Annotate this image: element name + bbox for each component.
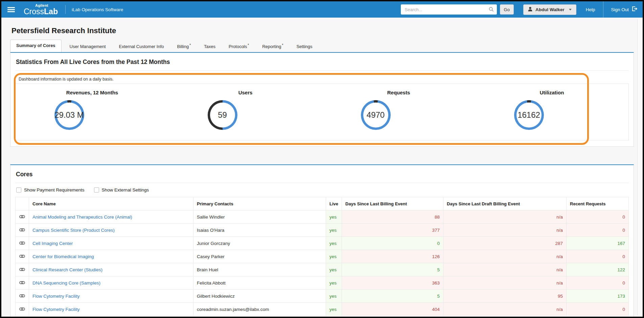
filter-show-payment-requirements[interactable]: Show Payment Requirements: [16, 187, 85, 192]
primary-contact-cell: Junior Gorczany: [193, 237, 326, 250]
col-header-core-name: Core Name: [29, 197, 193, 210]
days-since-last-billing-cell: 363: [342, 276, 443, 290]
search-icon[interactable]: [489, 7, 494, 13]
stat-value: 16162: [516, 103, 542, 128]
checkbox-label: Show Payment Requirements: [24, 187, 85, 192]
days-since-last-billing-cell: 88: [342, 210, 443, 224]
tab-summary-of-cores[interactable]: Summary of Cores: [10, 40, 62, 52]
recent-requests-cell: 167: [567, 237, 629, 250]
checkbox[interactable]: [94, 187, 99, 192]
stats-box: Revenues, 12 Months29.03 MUsers59Request…: [15, 84, 629, 140]
days-since-last-draft-billing-cell: n/a: [443, 263, 567, 276]
cores-filters: Show Payment RequirementsShow External S…: [16, 187, 629, 192]
days-since-last-draft-billing-cell: n/a: [443, 303, 567, 316]
days-since-last-draft-billing-cell: n/a: [443, 210, 567, 224]
days-since-last-draft-billing-cell: n/a: [443, 250, 567, 263]
link-icon[interactable]: [16, 290, 29, 303]
tab-reporting[interactable]: Reporting*: [257, 41, 288, 52]
search-input[interactable]: [401, 4, 497, 15]
link-icon[interactable]: [16, 210, 29, 224]
tab-billing[interactable]: Billing*: [172, 41, 196, 52]
recent-requests-cell: 0: [567, 210, 629, 224]
checkbox-label: Show External Settings: [102, 187, 149, 192]
core-name-cell: Center for Biomedical Imaging: [29, 250, 193, 263]
live-cell: yes: [326, 210, 342, 224]
agilent-crosslab-logo[interactable]: Agilent CrossLab: [24, 4, 58, 16]
core-link[interactable]: Flow Cytometry Facility: [32, 307, 80, 312]
core-link[interactable]: Center for Biomedical Imaging: [32, 254, 94, 259]
tab-external-customer-info[interactable]: External Customer Info: [114, 41, 169, 52]
days-since-last-billing-cell: 5: [342, 263, 443, 276]
link-icon[interactable]: [16, 250, 29, 263]
user-menu-button[interactable]: Abdul Walker: [523, 4, 576, 15]
table-row: Clinical Research Center (Studies)Brain …: [16, 263, 629, 276]
go-button[interactable]: Go: [500, 4, 514, 15]
live-cell: yes: [326, 290, 342, 303]
live-cell: yes: [326, 250, 342, 263]
col-header-icon: [16, 197, 29, 210]
sign-out-link[interactable]: Sign Out: [603, 1, 643, 18]
days-since-last-billing-cell: 126: [342, 250, 443, 263]
days-since-last-draft-billing-cell: 95: [443, 290, 567, 303]
col-header-recent-requests: Recent Requests: [567, 197, 629, 210]
help-link[interactable]: Help: [586, 7, 595, 12]
table-row: Campus Scientific Store (Product Cores)I…: [16, 224, 629, 237]
link-icon[interactable]: [16, 276, 29, 290]
user-name: Abdul Walker: [535, 7, 565, 12]
core-link[interactable]: Campus Scientific Store (Product Cores): [32, 228, 115, 233]
live-cell: yes: [326, 276, 342, 290]
table-header-row: Core NamePrimary ContactsLiveDays Since …: [16, 197, 629, 210]
link-icon[interactable]: [16, 224, 29, 237]
core-link[interactable]: DNA Sequencing Core (Samples): [32, 280, 100, 286]
user-icon: [528, 7, 532, 13]
primary-contact-cell: Felicita Abbott: [193, 276, 326, 290]
primary-contact-cell: Casey Parker: [193, 250, 326, 263]
link-icon[interactable]: [16, 303, 29, 316]
table-row: Animal Modeling and Therapeutics Core (A…: [16, 210, 629, 224]
stat-value: 29.03 M: [57, 103, 82, 128]
checkbox[interactable]: [16, 187, 21, 192]
tab-protocols[interactable]: Protocols*: [224, 41, 254, 52]
primary-contact-cell: Gilbert Hodkiewicz: [193, 290, 326, 303]
stat-label: Revenues, 12 Months: [66, 90, 118, 95]
days-since-last-billing-cell: 5: [342, 290, 443, 303]
stat-utilization: Utilization16162: [475, 90, 628, 130]
days-since-last-draft-billing-cell: n/a: [443, 276, 567, 290]
core-name-cell: Cell Imaging Center: [29, 237, 193, 250]
link-icon[interactable]: [16, 263, 29, 276]
menu-icon[interactable]: [7, 7, 15, 12]
primary-contact-cell: coreadmin.suzan.james@ilabx.com: [193, 303, 326, 316]
col-header-live: Live: [326, 197, 342, 210]
sign-out-icon: [632, 6, 637, 13]
recent-requests-cell: 173: [567, 290, 629, 303]
days-since-last-draft-billing-cell: 287: [443, 237, 567, 250]
header-divider: [65, 5, 66, 14]
stat-ring: 4970: [361, 100, 391, 130]
cores-panel-title: Cores: [15, 170, 629, 183]
stat-label: Users: [238, 90, 253, 95]
statistics-panel: Statistics From All Live Cores from the …: [10, 52, 634, 147]
tab-user-management[interactable]: User Management: [65, 41, 111, 52]
core-link[interactable]: Animal Modeling and Therapeutics Core (A…: [32, 214, 132, 220]
tab-settings[interactable]: Settings: [291, 41, 317, 52]
app-window: Agilent CrossLab iLab Operations Softwar…: [0, 0, 644, 318]
days-since-last-billing-cell: 377: [342, 224, 443, 237]
stat-requests: Requests4970: [322, 90, 475, 130]
link-icon[interactable]: [16, 237, 29, 250]
tab-taxes[interactable]: Taxes: [199, 41, 221, 52]
recent-requests-cell: 122: [567, 263, 629, 276]
table-row: Flow Cytometry FacilityGilbert Hodkiewic…: [16, 290, 629, 303]
statistics-panel-title: Statistics From All Live Cores from the …: [15, 58, 629, 71]
core-link[interactable]: Clinical Research Center (Studies): [32, 267, 102, 272]
scrollbar[interactable]: [637, 19, 641, 315]
days-since-last-draft-billing-cell: n/a: [443, 224, 567, 237]
stat-users: Users59: [169, 90, 322, 130]
core-link[interactable]: Cell Imaging Center: [32, 241, 73, 246]
filter-show-external-settings[interactable]: Show External Settings: [94, 187, 149, 192]
core-link[interactable]: Flow Cytometry Facility: [32, 294, 80, 299]
recent-requests-cell: 0: [567, 276, 629, 290]
stat-ring: 29.03 M: [54, 100, 84, 130]
col-header-days-since-last-draft-billing-event: Days Since Last Draft Billing Event: [443, 197, 567, 210]
table-row: DNA Sequencing Core (Samples)Felicita Ab…: [16, 276, 629, 290]
stat-value: 59: [210, 103, 235, 128]
